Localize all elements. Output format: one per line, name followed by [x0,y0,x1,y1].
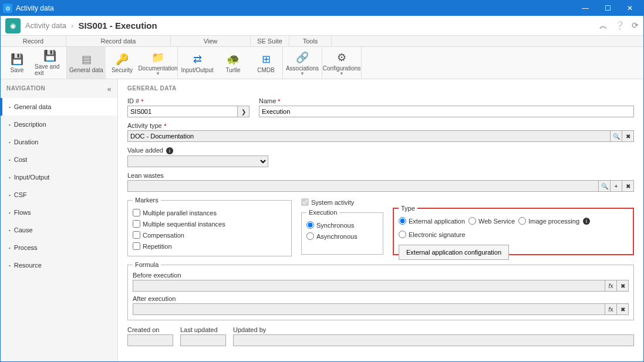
refresh-icon[interactable]: ⟳ [632,21,639,31]
bullet-icon: • [9,104,11,110]
value-added-select[interactable] [127,155,268,167]
associations-button[interactable]: 🔗 Associations ▼ [283,47,322,79]
io-button[interactable]: ⇄ Input/Output [178,47,217,79]
sidebar-item-input-output[interactable]: •Input/Output [1,168,117,186]
activity-type-label: Activity type [127,122,634,129]
cmdb-button[interactable]: ⊞ CMDB [249,47,282,79]
info-icon[interactable]: i [583,218,590,225]
link-icon: 🔗 [295,51,309,64]
bullet-icon: • [9,263,11,268]
help-icon[interactable]: ❔ [615,21,625,31]
bullet-icon: • [9,175,11,180]
sig-radio[interactable] [399,231,406,238]
minimize-button[interactable]: — [574,1,596,16]
name-label: Name [259,97,634,104]
folder-icon: 📁 [151,51,165,64]
save-exit-button[interactable]: 💾 Save and exit [33,47,66,79]
clear-button[interactable]: ✖ [622,130,634,142]
id-next-button[interactable]: ❯ [238,106,249,117]
search-button[interactable]: 🔍 [611,130,622,142]
updated-by-input [233,334,634,346]
main-panel: GENERAL DATA ID # ❯ Name Activity type [118,79,643,361]
sync-radio[interactable] [306,221,314,229]
created-on-input [127,334,173,346]
markers-legend: Markers [133,197,161,204]
comp-checkbox[interactable] [133,231,140,239]
breadcrumb: ◉ Activity data › SIS001 - Execution ︽ ❔… [1,16,643,36]
clear-button[interactable]: ✖ [617,303,629,315]
formula-legend: Formula [133,261,161,268]
documentation-button[interactable]: 📁 Documentation ▼ [139,47,177,79]
before-exec-input[interactable] [133,280,605,292]
collapse-up-icon[interactable]: ︽ [599,21,608,31]
sidebar-item-resource[interactable]: •Resource [1,256,117,274]
window-title: Activity data [16,4,574,12]
name-input[interactable] [259,106,634,117]
ribbon-tab-record-data: Record data [66,36,171,46]
save-icon: 💾 [10,53,24,66]
bullet-icon: • [9,192,11,198]
after-exec-input[interactable] [133,303,605,315]
security-button[interactable]: 🔑 Security [106,47,139,79]
id-input[interactable] [127,106,238,117]
chevron-down-icon: ▼ [300,73,305,75]
maximize-button[interactable]: ☐ [596,1,619,16]
sidebar-item-csf[interactable]: •CSF [1,186,117,204]
sidebar-item-duration[interactable]: •Duration [1,133,117,151]
general-data-icon: ▤ [79,53,93,66]
bullet-icon: • [9,122,11,127]
mpi-checkbox[interactable] [133,209,140,216]
value-added-label: Value added i [127,147,268,154]
ribbon-tab-view: View [171,36,251,46]
lean-clear-button[interactable]: ✖ [622,180,634,192]
formula-fieldset: Formula Before execution fx ✖ After exec… [127,261,634,320]
titlebar: ⚙ Activity data — ☐ ✕ [1,1,643,16]
fx-button[interactable]: fx [605,280,617,292]
ribbon-tabs: Record Record data View SE Suite Tools [1,36,643,47]
sidebar-item-general-data[interactable]: •General data [1,98,117,116]
bullet-icon: • [9,157,11,163]
sidebar-item-description[interactable]: •Description [1,116,117,133]
nav-header: NAVIGATION [6,85,45,93]
ws-radio[interactable] [468,217,476,225]
lean-search-button[interactable]: 🔍 [599,180,611,192]
lean-wastes-input[interactable] [127,180,599,192]
app-gear-icon: ⚙ [3,4,12,13]
execution-legend: Execution [306,209,339,216]
info-icon[interactable]: i [166,147,173,154]
configurations-button[interactable]: ⚙ Configurations ▼ [322,47,361,79]
ribbon-tab-record: Record [1,36,66,46]
after-exec-label: After execution [133,295,629,302]
module-icon: ◉ [5,18,21,33]
lean-wastes-label: Lean wastes [127,172,634,179]
io-icon: ⇄ [190,53,204,66]
fx-button[interactable]: fx [605,303,617,315]
activity-type-input[interactable] [127,130,611,142]
turtle-button[interactable]: 🐢 Turtle [217,47,249,79]
breadcrumb-root[interactable]: Activity data [25,21,66,30]
close-button[interactable]: ✕ [619,1,641,16]
save-button[interactable]: 💾 Save [1,47,33,79]
sidebar-item-cost[interactable]: •Cost [1,151,117,168]
sidebar-item-cause[interactable]: •Cause [1,221,117,239]
collapse-left-icon[interactable]: « [107,85,112,93]
turtle-icon: 🐢 [226,53,240,66]
sidebar-item-flows[interactable]: •Flows [1,204,117,221]
clear-button[interactable]: ✖ [617,280,629,292]
ext-config-button[interactable]: External application configuration [399,245,509,260]
navigation-sidebar: NAVIGATION « •General data•Description•D… [1,79,118,361]
ext-app-radio[interactable] [399,217,406,225]
async-radio[interactable] [306,232,314,240]
lean-add-button[interactable]: + [611,180,622,192]
bullet-icon: • [9,210,11,215]
general-data-button[interactable]: ▤ General data [67,47,106,79]
id-label: ID # [127,97,249,104]
rep-checkbox[interactable] [133,242,140,250]
key-icon: 🔑 [115,53,129,66]
bullet-icon: • [9,140,11,145]
img-radio[interactable] [518,217,526,225]
sidebar-item-process[interactable]: •Process [1,239,117,256]
type-fieldset: Type External application Web Service Im… [393,205,634,255]
gear-icon: ⚙ [335,51,349,64]
msi-checkbox[interactable] [133,220,140,228]
